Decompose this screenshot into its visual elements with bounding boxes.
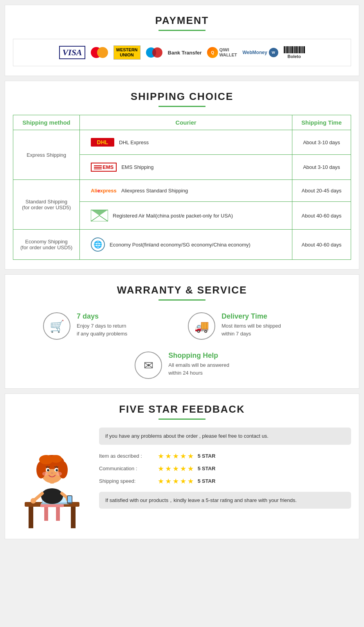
airmail-logo (91, 210, 108, 221)
express-shipping-label: Express Shipping (13, 130, 80, 180)
svg-rect-9 (56, 507, 60, 521)
payment-section: PAYMENT VISA WESTERNUNION Bank Transfer … (5, 5, 359, 76)
delivery-text: Delivery Time Most items will be shipped… (222, 312, 281, 337)
airmail-courier-cell: Registered Air Mail(china post/e packet-… (80, 202, 292, 230)
warranty-section: WARRANTY & SERVICE 🛒 7 days Enjoy 7 days… (5, 274, 359, 389)
col-method: Shipping method (13, 115, 80, 130)
rating-row-shipping: Shipping speed: ★ ★ ★ ★ ★ 5 STAR (99, 477, 351, 486)
return-desc: Enjoy 7 days to returnif any quality pro… (77, 322, 127, 337)
warranty-item-delivery: 🚚 Delivery Time Most items will be shipp… (188, 312, 321, 340)
character-illustration (13, 428, 91, 529)
dhl-logo: DHL (91, 138, 114, 147)
economy-shipping-label: Economy Shipping(for order under USD5) (13, 230, 80, 260)
shipping-underline (159, 106, 205, 107)
airmail-time: About 40-60 days (292, 202, 351, 230)
ems-name: EMS Shipping (121, 164, 153, 170)
payment-logos-container: VISA WESTERNUNION Bank Transfer Q QIWIWA… (13, 39, 351, 66)
svg-point-22 (58, 461, 68, 478)
rating-row-communication: Communication : ★ ★ ★ ★ ★ 5 STAR (99, 464, 351, 473)
feedback-section: FIVE STAR FEEDBACK (5, 393, 359, 539)
un-logo: 🌐 (91, 237, 105, 252)
shipping-table: Shipping method Courier Shipping Time Ex… (13, 115, 351, 260)
return-text: 7 days Enjoy 7 days to returnif any qual… (77, 312, 127, 337)
shopping-help-row: ✉ Shopping Help All emails will be answe… (13, 352, 351, 379)
svg-rect-6 (71, 507, 76, 528)
svg-point-27 (47, 469, 49, 471)
warranty-grid: 🛒 7 days Enjoy 7 days to returnif any qu… (13, 308, 351, 344)
svg-point-36 (42, 472, 48, 476)
svg-point-37 (56, 472, 62, 476)
svg-point-24 (50, 455, 62, 463)
feedback-content: if you have any problems about the order… (13, 428, 351, 529)
help-desc: All emails will be answeredwithin 24 hou… (168, 361, 229, 377)
stars-shipping: ★ ★ ★ ★ ★ (158, 477, 194, 486)
ali-courier-cell: Aliexpress Aliexpress Standard Shipping (80, 180, 292, 202)
svg-rect-5 (29, 507, 33, 528)
truck-icon: 🚚 (188, 312, 215, 340)
bank-transfer-logo: Bank Transfer (168, 50, 202, 56)
rating-label-communication: Communication : (99, 466, 154, 471)
svg-rect-39 (68, 496, 72, 502)
table-row: Standard Shipping(for order over USD5) A… (13, 180, 351, 202)
delivery-heading: Delivery Time (222, 312, 281, 321)
ems-courier-cell: EMS EMS Shipping (80, 155, 292, 180)
mail-icon: ✉ (135, 352, 162, 379)
un-courier-cell: 🌐 Economy Post(finland economy/SG econom… (80, 230, 292, 260)
rating-row-described: Item as described : ★ ★ ★ ★ ★ 5 STAR (99, 452, 351, 460)
warranty-item-return: 🛒 7 days Enjoy 7 days to returnif any qu… (43, 312, 176, 340)
warranty-title: WARRANTY & SERVICE (13, 284, 351, 296)
rating-value-communication: 5 STAR (198, 466, 215, 471)
help-heading: Shopping Help (168, 352, 229, 360)
svg-rect-7 (40, 504, 64, 507)
standard-shipping-label: Standard Shipping(for order over USD5) (13, 180, 80, 230)
svg-line-14 (34, 493, 42, 500)
return-heading: 7 days (77, 312, 127, 321)
warranty-item-help: ✉ Shopping Help All emails will be answe… (135, 352, 229, 379)
dhl-time: About 3-10 days (292, 130, 351, 155)
stars-described: ★ ★ ★ ★ ★ (158, 452, 194, 460)
ali-name: Aliexpress Standard Shipping (121, 188, 188, 194)
col-courier: Courier (80, 115, 292, 130)
svg-point-28 (56, 469, 58, 471)
dhl-courier-cell: DHL DHL Express (80, 130, 292, 155)
feedback-underline (159, 419, 205, 420)
feedback-title: FIVE STAR FEEDBACK (13, 403, 351, 415)
un-name: Economy Post(finland economy/SG economy/… (110, 242, 250, 248)
maestro-logo (146, 47, 162, 58)
dhl-name: DHL Express (119, 140, 149, 145)
shipping-title: SHIPPING CHOICE (13, 91, 351, 103)
shipping-section: SHIPPING CHOICE Shipping method Courier … (5, 81, 359, 270)
payment-underline (159, 30, 205, 31)
ems-logo: EMS (91, 163, 117, 172)
character-svg (17, 428, 87, 529)
mastercard-logo (91, 47, 108, 58)
help-text: Shopping Help All emails will be answere… (168, 352, 229, 377)
webmoney-logo: WebMoney W (242, 48, 278, 57)
aliexpress-logo: Aliexpress (91, 188, 117, 194)
visa-logo: VISA (59, 46, 85, 59)
svg-point-35 (51, 472, 53, 474)
feedback-footer-bubble: If satisfied with our products，kindly le… (99, 492, 351, 509)
col-time: Shipping Time (292, 115, 351, 130)
delivery-desc: Most items will be shippedwithin 7 days (222, 322, 281, 337)
stars-communication: ★ ★ ★ ★ ★ (158, 464, 194, 473)
svg-rect-8 (44, 507, 48, 521)
feedback-right: if you have any problems about the order… (99, 428, 351, 509)
warranty-underline (159, 299, 205, 301)
rating-value-shipping: 5 STAR (198, 478, 215, 484)
boleto-logo: Boleto (284, 46, 305, 59)
feedback-intro-bubble: if you have any problems about the order… (99, 428, 351, 445)
western-union-logo: WESTERNUNION (114, 45, 141, 60)
un-time: About 40-60 days (292, 230, 351, 260)
qiwi-logo: Q QIWIWALLET (207, 47, 237, 58)
svg-point-16 (31, 498, 36, 504)
cart-icon: 🛒 (43, 312, 70, 340)
rating-value-described: 5 STAR (198, 453, 215, 459)
payment-title: PAYMENT (13, 14, 351, 27)
ali-time: About 20-45 days (292, 180, 351, 202)
rating-label-shipping: Shipping speed: (99, 478, 154, 484)
table-row: Express Shipping DHL DHL Express About 3… (13, 130, 351, 155)
svg-point-13 (41, 488, 63, 504)
rating-label-described: Item as described : (99, 453, 154, 459)
airmail-name: Registered Air Mail(china post/e packet-… (113, 213, 233, 219)
